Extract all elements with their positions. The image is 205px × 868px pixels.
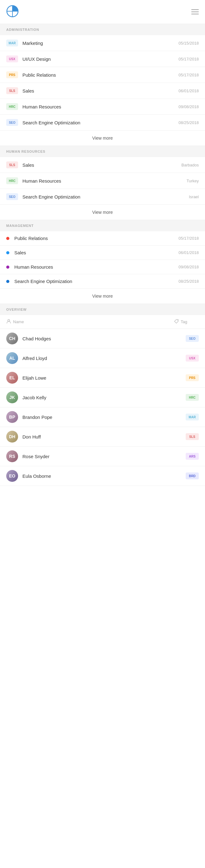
avatar: JK (6, 392, 18, 403)
avatar: AL (6, 352, 18, 364)
person-tag: ARS (186, 453, 199, 460)
table-row: BP Brandon Pope MAR (0, 407, 205, 427)
item-name: Public Relations (23, 72, 178, 78)
tag-icon (174, 319, 179, 325)
item-meta: Israel (189, 194, 199, 199)
menu-button[interactable] (191, 9, 199, 14)
section-header-hr: HUMAN RESOURCES (0, 146, 205, 157)
item-name: UI/UX Design (23, 56, 178, 62)
person-tag: PRS (186, 374, 199, 381)
person-icon (6, 319, 11, 325)
item-name: Public Relations (14, 236, 178, 241)
table-row: DH Don Huff SLS (0, 427, 205, 446)
table-row: USX UI/UX Design 05/17/2018 (0, 51, 205, 67)
badge: SEO (6, 193, 18, 200)
person-tag: USX (186, 355, 199, 362)
badge: SLS (6, 87, 18, 94)
view-more-administration[interactable]: View more (0, 131, 205, 146)
table-row: EO Eula Osborne BRD (0, 466, 205, 486)
avatar: BP (6, 411, 18, 423)
badge: PRS (6, 71, 18, 78)
section-header-administration: ADMINISTRATION (0, 24, 205, 35)
item-name: Sales (14, 250, 178, 255)
item-meta: Turkey (186, 179, 199, 183)
table-row: HRC Human Resources Turkey (0, 173, 205, 189)
section-header-management: MANAGEMENT (0, 220, 205, 231)
avatar: DH (6, 431, 18, 442)
person-name: Elijah Lowe (23, 375, 186, 380)
person-name: Chad Hodges (23, 336, 186, 341)
badge: SLS (6, 161, 18, 168)
table-row: RS Rose Snyder ARS (0, 446, 205, 466)
view-more-management[interactable]: View more (0, 289, 205, 304)
table-row: PRS Public Relations 05/17/2018 (0, 67, 205, 83)
table-row: SEO Search Engine Optimization 08/25/201… (0, 115, 205, 131)
item-meta: 08/25/2018 (178, 279, 199, 284)
avatar: EO (6, 470, 18, 482)
overview-tag-col-label: Tag (181, 319, 187, 324)
item-name: Search Engine Optimization (23, 120, 178, 125)
item-name: Search Engine Optimization (23, 194, 189, 199)
item-meta: 08/25/2018 (178, 120, 199, 125)
item-name: Search Engine Optimization (14, 279, 178, 284)
section-header-overview: OVERVIEW (0, 304, 205, 315)
table-row: SLS Sales Barbados (0, 157, 205, 173)
svg-point-4 (177, 320, 178, 321)
view-more-hr[interactable]: View more (0, 205, 205, 220)
app-header (0, 0, 205, 24)
table-row: SLS Sales 06/01/2018 (0, 83, 205, 99)
item-name: Marketing (23, 40, 178, 46)
item-meta: 05/15/2018 (178, 41, 199, 45)
status-dot (6, 280, 9, 283)
status-dot (6, 266, 9, 269)
person-name: Rose Snyder (23, 454, 186, 459)
item-name: Sales (23, 162, 181, 168)
table-row: EL Elijah Lowe PRS (0, 368, 205, 388)
status-dot (6, 251, 9, 254)
item-meta: 09/08/2018 (178, 104, 199, 109)
person-tag: HRC (186, 394, 199, 401)
item-meta: 06/01/2018 (178, 250, 199, 255)
logo (6, 5, 19, 19)
person-name: Don Huff (23, 434, 186, 439)
person-name: Jacob Kelly (23, 395, 186, 400)
badge: MAR (6, 39, 18, 46)
badge: USX (6, 56, 18, 62)
table-row: JK Jacob Kelly HRC (0, 388, 205, 407)
item-meta: Barbados (181, 163, 199, 167)
avatar: RS (6, 451, 18, 462)
item-name: Human Resources (23, 104, 178, 110)
table-row: CH Chad Hodges SEO (0, 329, 205, 348)
person-tag: BRD (186, 472, 199, 479)
table-row: SEO Search Engine Optimization Israel (0, 189, 205, 205)
table-row: HRC Human Resources 09/08/2018 (0, 99, 205, 115)
item-name: Human Resources (14, 264, 178, 270)
svg-point-3 (8, 319, 10, 321)
item-meta: 09/08/2018 (178, 265, 199, 269)
person-tag: SLS (186, 433, 199, 440)
item-meta: 06/01/2018 (178, 89, 199, 93)
avatar: EL (6, 372, 18, 384)
item-name: Human Resources (23, 178, 186, 184)
person-tag: MAR (186, 413, 199, 421)
status-dot (6, 237, 9, 240)
table-row: MAR Marketing 05/15/2018 (0, 35, 205, 51)
table-row: AL Alfred Lloyd USX (0, 348, 205, 368)
person-name: Eula Osborne (23, 473, 186, 479)
table-row: Human Resources 09/08/2018 (0, 260, 205, 274)
person-name: Brandon Pope (23, 414, 186, 420)
table-row: Search Engine Optimization 08/25/2018 (0, 274, 205, 289)
item-name: Sales (23, 88, 178, 93)
item-meta: 05/17/2018 (178, 236, 199, 241)
table-row: Sales 06/01/2018 (0, 246, 205, 260)
badge: HRC (6, 177, 18, 184)
overview-name-col-label: Name (13, 319, 24, 324)
overview-column-headers: Name Tag (0, 315, 205, 329)
badge: HRC (6, 103, 18, 110)
badge: SEO (6, 119, 18, 126)
person-name: Alfred Lloyd (23, 355, 186, 361)
person-tag: SEO (186, 335, 199, 342)
table-row: Public Relations 05/17/2018 (0, 231, 205, 246)
item-meta: 05/17/2018 (178, 73, 199, 77)
avatar: CH (6, 333, 18, 344)
